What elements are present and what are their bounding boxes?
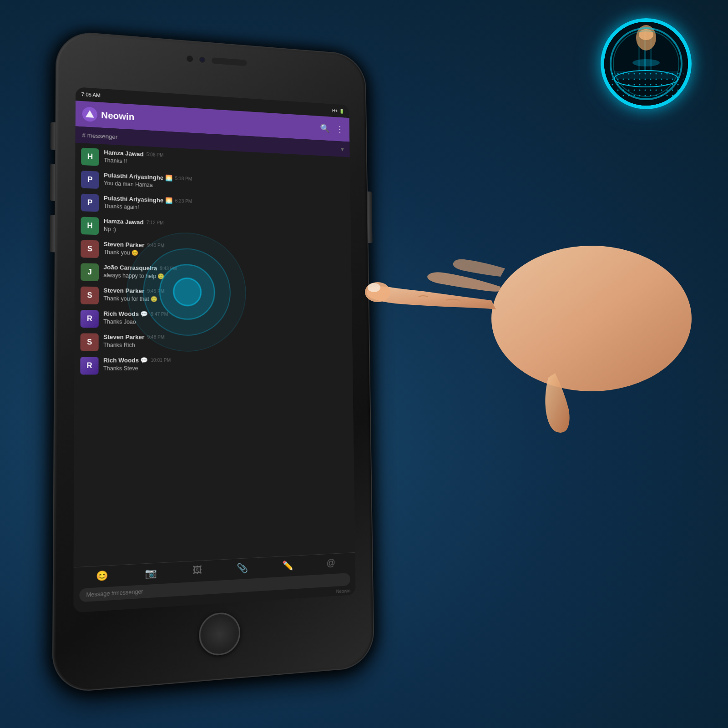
camera-icon[interactable]: 📷 [145, 567, 157, 579]
message-sender: Rich Woods 💬 [103, 357, 148, 364]
front-camera [198, 56, 207, 64]
earpiece-speaker [212, 57, 247, 66]
phone-body: 7:05 AM H+ 🔋 Neowin [52, 30, 374, 694]
avatar: S [80, 333, 98, 351]
message-time: 9:47 PM [151, 312, 168, 317]
message-sender: João Carrasqueira [104, 263, 157, 272]
volume-down-button [50, 215, 55, 252]
message-time: 6:23 PM [175, 198, 192, 204]
status-icons: H+ 🔋 [332, 108, 344, 114]
message-time: 9:48 PM [147, 334, 164, 339]
message-content: Steven Parker 9:40 PM Thank you 😊 [104, 241, 346, 262]
neowin-logo-icon [85, 109, 95, 119]
header-icons: 🔍 ⋮ [320, 123, 344, 134]
badge-visualization: Generate dot grid [604, 22, 688, 106]
avatar: P [81, 194, 99, 212]
message-sender: Hamza Jawad [104, 217, 144, 226]
channel-dropdown-icon[interactable]: ▾ [341, 146, 344, 152]
avatar: S [81, 240, 99, 258]
messages-list: H Hamza Jawad 5:08 PM Thanks !! P [74, 143, 355, 567]
proximity-sensor [187, 56, 193, 62]
badge-inner: Generate dot grid [604, 22, 688, 106]
volume-up-button [50, 164, 55, 201]
message-sender: Steven Parker [103, 287, 144, 294]
avatar: P [81, 171, 99, 189]
attach-icon[interactable]: 📎 [237, 562, 248, 574]
message-header: Rich Woods 💬 10:01 PM [103, 357, 348, 364]
message-text: Thanks Joao [103, 318, 347, 328]
message-header: Steven Parker 9:48 PM [103, 334, 347, 341]
avatar-rich-woods: R [81, 310, 99, 328]
avatar: H [81, 147, 99, 166]
touch-technology-badge: Generate dot grid [601, 18, 692, 109]
phone-notch [187, 55, 247, 67]
message-time: 9:40 PM [147, 243, 164, 248]
camera-lens [200, 57, 205, 62]
phone-wrapper: 7:05 AM H+ 🔋 Neowin [52, 30, 374, 694]
more-options-icon[interactable]: ⋮ [336, 124, 344, 134]
message-content: João Carrasqueira 9:43 PM always happy t… [104, 263, 347, 283]
avatar: H [81, 217, 99, 235]
message-item: S Steven Parker 9:45 PM Thank you for th… [75, 283, 352, 310]
message-time: 5:18 PM [175, 176, 192, 182]
signal-icon: H+ [332, 108, 338, 113]
message-time: 5:08 PM [147, 152, 164, 158]
svg-rect-12 [614, 71, 678, 79]
message-time: 9:43 PM [160, 266, 177, 271]
message-time: 9:45 PM [147, 288, 164, 294]
message-time: 7:12 PM [147, 220, 164, 225]
message-sender: Steven Parker [103, 334, 144, 341]
volume-mute-button [51, 122, 56, 150]
app-title: Neowin [101, 110, 134, 122]
message-text: Thanks Rich [103, 341, 347, 349]
avatar: S [81, 287, 99, 305]
svg-marker-0 [86, 110, 94, 118]
app-header-left: Neowin [82, 106, 135, 124]
message-item: S Steven Parker 9:48 PM Thanks Rich [75, 330, 353, 354]
message-content: Steven Parker 9:48 PM Thanks Rich [103, 334, 347, 349]
home-button[interactable] [199, 612, 240, 657]
edit-icon[interactable]: ✏️ [282, 560, 293, 571]
message-text: Thanks Steve [103, 364, 348, 373]
message-sender: Rich Woods 💬 [103, 310, 148, 317]
message-sender: Steven Parker [104, 241, 145, 249]
message-content: Steven Parker 9:45 PM Thank you for that… [103, 287, 347, 306]
message-content: Rich Woods 💬 9:47 PM Thanks Joao [103, 310, 347, 328]
app-logo [82, 106, 97, 122]
message-time: 10:01 PM [151, 358, 171, 363]
battery-icon: 🔋 [339, 109, 344, 114]
screen-content: 7:05 AM H+ 🔋 Neowin [73, 87, 355, 613]
message-content: Rich Woods 💬 10:01 PM Thanks Steve [103, 357, 348, 373]
message-sender: Hamza Jawad [104, 149, 143, 157]
power-button [368, 192, 373, 243]
avatar-rich-woods-2: R [80, 357, 98, 374]
smiley-icon[interactable]: 😊 [96, 570, 108, 582]
message-item: R Rich Woods 💬 10:01 PM Thanks Steve [74, 354, 353, 378]
phone-screen: 7:05 AM H+ 🔋 Neowin [73, 87, 355, 613]
channel-name: # messenger [82, 131, 117, 140]
message-item: R Rich Woods 💬 9:47 PM Thanks Joao [75, 307, 352, 332]
image-icon[interactable]: 🖼 [192, 565, 202, 576]
avatar: J [81, 263, 99, 281]
search-icon[interactable]: 🔍 [320, 123, 330, 133]
status-time: 7:05 AM [81, 91, 101, 98]
mention-icon[interactable]: @ [327, 557, 336, 569]
